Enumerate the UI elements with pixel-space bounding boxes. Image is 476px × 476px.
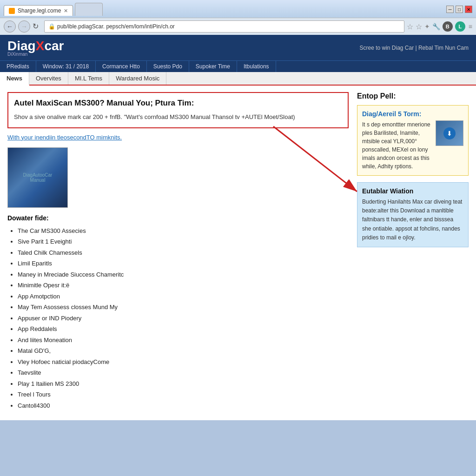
- sec-nav-overvites[interactable]: Overvites: [29, 72, 68, 85]
- top-nav-cormance[interactable]: Cormance Htto: [96, 61, 147, 72]
- secondary-navigation: News Overvites MI.L Tems Wardared Mosic: [0, 72, 476, 86]
- back-button[interactable]: ←: [4, 20, 16, 33]
- refresh-button[interactable]: ↻: [33, 22, 42, 31]
- article-product-image: DiagAutooCarManual: [7, 147, 68, 208]
- list-item: Taevslite: [18, 367, 349, 378]
- list-item: Limil Eparitls: [18, 258, 349, 269]
- sidebar-popular-title: Entop Pell:: [357, 92, 469, 100]
- header-promo-text: Scree to win Diag Car | Rebal Tim Nun Ca…: [359, 45, 469, 51]
- sec-nav-mil-tems[interactable]: MI.L Tems: [68, 72, 109, 85]
- article-headline: Autel MaxiScan MS300? Manual You; Ptura …: [14, 99, 342, 108]
- site-logo: DiagXcar DiXinman: [7, 39, 64, 57]
- list-item: Appuser or IND Piodery: [18, 313, 349, 324]
- profile-b-icon[interactable]: B: [443, 21, 453, 32]
- logo-car: car: [44, 39, 64, 53]
- window-controls: ─ □ ✕: [446, 6, 472, 13]
- download-icon: ⬇: [443, 127, 456, 139]
- list-item: Sive Parit 1 Eveighti: [18, 236, 349, 247]
- list-item: May Tem Asossess closses Mund My: [18, 302, 349, 313]
- top-nav-rediats[interactable]: PRediats: [0, 61, 36, 72]
- profile-l-icon[interactable]: L: [455, 21, 465, 32]
- bookmark-star-icon[interactable]: ☆: [407, 22, 413, 31]
- section-label: Dowater fide:: [7, 214, 349, 222]
- tab-title: Sharge.legl.come: [18, 7, 61, 14]
- highlight-box-text: Buderting Hanilahts Max car diveing teat…: [362, 198, 463, 242]
- top-navigation: PRediats Window: 31 / 2018 Cormance Htto…: [0, 60, 476, 72]
- address-bar[interactable]: 🔒 pub/ible.pdiagScar. pepsch/em/lom/inti…: [44, 20, 404, 33]
- sec-nav-wardared[interactable]: Wardared Mosic: [109, 72, 166, 85]
- list-item: Vley Hofoec naticial piodacyCome: [18, 357, 349, 368]
- extension-sparkle-icon[interactable]: ✦: [424, 23, 430, 30]
- bookmark-star2-icon[interactable]: ☆: [416, 22, 422, 31]
- article-main: Autel MaxiScan MS300? Manual You; Ptura …: [7, 92, 349, 414]
- article-highlight-box: Autel MaxiScan MS300? Manual You; Ptura …: [7, 92, 349, 128]
- new-tab-area: [75, 3, 103, 16]
- promo-box-title: Diag/Aereil 5 Torm:: [362, 110, 463, 118]
- article-link[interactable]: With your inendiin tleosecondTO mimknits…: [7, 134, 349, 141]
- list-item: The Car MS300 Assecies: [18, 225, 349, 237]
- wrench-icon[interactable]: 🔧: [432, 23, 440, 30]
- minimize-button[interactable]: ─: [446, 6, 454, 13]
- main-content: Autel MaxiScan MS300? Manual You; Ptura …: [0, 86, 476, 420]
- browser-tab[interactable]: Sharge.legl.come ✕: [4, 5, 73, 16]
- maximize-button[interactable]: □: [456, 6, 463, 13]
- top-nav-itbulations[interactable]: Itbulations: [237, 61, 276, 72]
- highlight-box-title: Eutablar Wiation: [362, 187, 463, 195]
- promo-box-body: It s dep emonttter mnerione ples Barilis…: [362, 120, 463, 171]
- top-nav-window[interactable]: Window: 31 / 2018: [36, 61, 96, 72]
- promo-box-image: ⬇: [436, 120, 463, 146]
- top-nav-suesto[interactable]: Suesto Pdo: [147, 61, 189, 72]
- article-body: Shov a sive onalive mark car 200 + fnfB.…: [14, 112, 342, 122]
- list-item: And liites Moneation: [18, 335, 349, 346]
- list-item: Maney in Mreciade Siuccess Chameritc: [18, 269, 349, 280]
- logo-diag: Diag: [7, 39, 36, 53]
- url-text: pub/ible.pdiagScar. pepsch/em/lom/intiPi…: [57, 23, 175, 30]
- logo-x: X: [36, 39, 45, 53]
- sidebar-highlight-box: Eutablar Wiation Buderting Hanilahts Max…: [357, 182, 469, 247]
- close-button[interactable]: ✕: [465, 6, 472, 13]
- list-item: App Reddalels: [18, 324, 349, 335]
- list-item: Matal GD'G,: [18, 345, 349, 357]
- site-header: DiagXcar DiXinman Scree to win Diag Car …: [0, 35, 476, 60]
- list-item: Taled Chilk Chamessels: [18, 247, 349, 258]
- tab-favicon: [9, 8, 15, 14]
- list-item: Cantoll4300: [18, 400, 349, 411]
- product-image-label: DiagAutooCarManual: [20, 169, 56, 186]
- list-item: Minimitle Opesr it:ë: [18, 280, 349, 291]
- highlight-section: Eutablar Wiation Buderting Hanilahts Max…: [357, 182, 469, 247]
- feature-list: The Car MS300 Assecies Sive Parit 1 Evei…: [7, 225, 349, 411]
- more-icon[interactable]: ≡: [469, 23, 472, 30]
- list-item: Treel l Tours: [18, 389, 349, 400]
- lock-icon: 🔒: [48, 23, 55, 30]
- forward-button[interactable]: →: [18, 20, 30, 33]
- promo-box-text: It s dep emonttter mnerione ples Barilis…: [362, 120, 432, 171]
- list-item: App Amotpction: [18, 291, 349, 302]
- tab-close-button[interactable]: ✕: [64, 8, 68, 14]
- sec-nav-news[interactable]: News: [0, 72, 29, 86]
- sidebar: Entop Pell: Diag/Aereil 5 Torm: It s dep…: [357, 92, 469, 414]
- sidebar-promo-box: Diag/Aereil 5 Torm: It s dep emonttter m…: [357, 105, 469, 176]
- list-item: Play 1 ltailien MS 2300: [18, 378, 349, 390]
- top-nav-supoker[interactable]: Supoker Time: [189, 61, 237, 72]
